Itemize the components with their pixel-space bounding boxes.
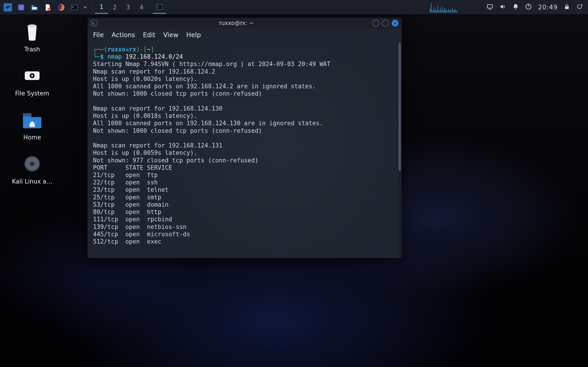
top-panel: $_ 1 2 3 4 $_ — [0, 0, 588, 15]
menu-edit[interactable]: Edit — [143, 31, 155, 39]
svg-text:$_: $_ — [72, 6, 75, 8]
terminal-icon: $_ — [91, 20, 97, 26]
clock[interactable]: 20:49 — [538, 3, 558, 11]
window-titlebar[interactable]: $_ ruxxo@rx: ~ ✕ — [87, 18, 402, 29]
menu-actions[interactable]: Actions — [112, 31, 135, 39]
menu-help[interactable]: Help — [186, 31, 201, 39]
svg-rect-3 — [32, 7, 37, 9]
panel-separator — [92, 3, 93, 12]
svg-rect-1 — [18, 4, 24, 10]
desktop-icon-home[interactable]: Home — [9, 109, 55, 141]
network-usage-graph[interactable] — [430, 1, 483, 14]
svg-rect-14 — [565, 6, 569, 9]
taskbar-terminal-window[interactable]: $_ — [153, 1, 166, 14]
svg-text:$_: $_ — [157, 5, 160, 8]
launcher-text-editor[interactable] — [42, 1, 54, 13]
document-icon — [44, 3, 52, 11]
workspace-4[interactable]: 4 — [135, 1, 148, 14]
power-icon[interactable] — [525, 3, 532, 11]
launcher-color-picker[interactable] — [15, 1, 27, 13]
desktop-icon-label: Kali Linux a… — [9, 178, 55, 185]
svg-rect-5 — [48, 9, 50, 9]
lock-icon[interactable] — [564, 3, 570, 11]
window-close-button[interactable]: ✕ — [392, 20, 398, 27]
menu-view[interactable]: View — [163, 31, 178, 39]
svg-point-12 — [515, 8, 516, 9]
system-tray: 20:49 — [486, 3, 583, 11]
terminal-icon: $_ — [156, 3, 163, 11]
firefox-icon — [57, 3, 65, 11]
chevron-down-icon — [83, 5, 87, 10]
notifications-icon[interactable] — [512, 3, 519, 11]
launcher-firefox[interactable] — [55, 1, 67, 13]
window-title: ruxxo@rx: ~ — [100, 20, 372, 26]
terminal-scrollbar[interactable] — [398, 41, 402, 258]
desktop-icons: Trash File System Home Kali Linux a… — [9, 21, 64, 197]
desktop-icon-label: Home — [9, 134, 55, 141]
terminal-menubar: File Actions Edit View Help — [87, 29, 402, 41]
session-icon[interactable] — [576, 3, 583, 11]
svg-point-18 — [31, 75, 33, 77]
drive-icon — [21, 65, 43, 87]
svg-point-22 — [31, 163, 33, 165]
terminal-window[interactable]: $_ ruxxo@rx: ~ ✕ File Actions Edit View … — [87, 17, 402, 258]
square-app-icon — [17, 3, 25, 11]
workspace-2[interactable]: 2 — [108, 1, 121, 14]
desktop-icon-label: Trash — [9, 46, 55, 53]
kali-dragon-icon — [4, 3, 12, 11]
desktop-icon-trash[interactable]: Trash — [9, 21, 55, 53]
launcher-files[interactable] — [28, 1, 40, 13]
svg-point-15 — [28, 24, 37, 28]
launcher-terminal[interactable]: $_ — [69, 1, 80, 13]
home-folder-icon — [21, 109, 43, 131]
folder-icon — [30, 3, 39, 11]
launcher-dropdown-arrow[interactable] — [82, 1, 89, 13]
svg-rect-11 — [487, 5, 493, 8]
desktop-icon-label: File System — [9, 90, 55, 97]
menu-file[interactable]: File — [93, 31, 104, 39]
terminal-icon: $_ — [70, 3, 78, 11]
desktop-icon-kali-iso[interactable]: Kali Linux a… — [9, 153, 55, 185]
display-icon[interactable] — [486, 3, 493, 11]
workspace-1[interactable]: 1 — [95, 1, 108, 14]
terminal-output[interactable]: ┌──(ruxxo☠rx)-[~] └─$ nmap 192.168.124.0… — [87, 41, 398, 258]
scrollbar-thumb[interactable] — [398, 42, 401, 171]
desktop-icon-filesystem[interactable]: File System — [9, 65, 55, 97]
trash-icon — [21, 21, 43, 43]
volume-icon[interactable] — [499, 3, 506, 11]
workspace-3[interactable]: 3 — [121, 1, 135, 14]
svg-rect-2 — [32, 5, 34, 6]
kali-menu-button[interactable] — [2, 1, 14, 13]
window-maximize-button[interactable] — [382, 20, 389, 27]
disc-icon — [21, 153, 43, 175]
window-minimize-button[interactable] — [372, 20, 379, 27]
